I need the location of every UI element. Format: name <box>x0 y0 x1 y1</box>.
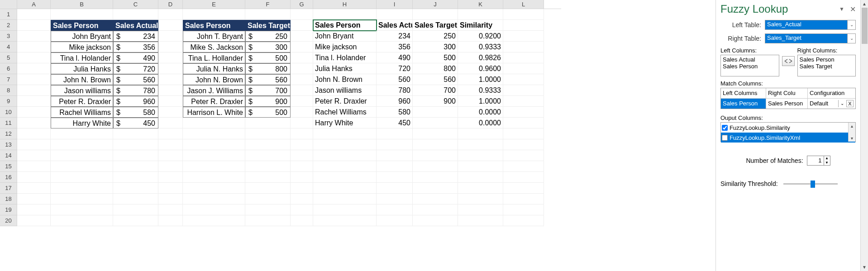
cell[interactable]: John Bryant <box>313 31 377 42</box>
cell[interactable] <box>413 172 458 183</box>
cell[interactable]: Jason J. Williams <box>183 85 245 96</box>
cell[interactable] <box>413 128 458 139</box>
output-item[interactable]: FuzzyLookup.Similarity <box>721 123 855 133</box>
cell[interactable] <box>458 194 503 204</box>
cell[interactable]: 356 <box>377 42 413 52</box>
cell[interactable] <box>245 139 291 150</box>
scroll-thumb[interactable] <box>862 8 868 44</box>
cell[interactable] <box>245 204 291 215</box>
column-header[interactable]: A <box>17 0 51 9</box>
right-table-combo[interactable]: Sales_Target ⌄ <box>765 33 856 43</box>
row-header[interactable]: 14 <box>0 150 17 161</box>
cell[interactable] <box>503 215 544 226</box>
cell[interactable] <box>291 215 313 226</box>
cell[interactable] <box>51 204 113 215</box>
row-header[interactable]: 12 <box>0 128 17 139</box>
row-header[interactable]: 6 <box>0 63 17 74</box>
column-header[interactable]: C <box>113 0 158 9</box>
cell[interactable] <box>51 194 113 204</box>
cell[interactable] <box>503 183 544 194</box>
cell[interactable] <box>51 128 113 139</box>
cell[interactable]: 0.9333 <box>458 42 503 52</box>
cell[interactable] <box>291 150 313 161</box>
cell[interactable]: Harrison L. White <box>183 107 245 118</box>
row-header[interactable]: 16 <box>0 172 17 183</box>
left-table-combo[interactable]: Sales_Actual ⌄ <box>765 20 856 30</box>
cell[interactable] <box>183 128 245 139</box>
cell[interactable]: $500 <box>245 52 291 63</box>
cell[interactable]: Rachel Williams <box>51 107 113 118</box>
row-header[interactable]: 1 <box>0 9 17 20</box>
cell[interactable]: 0.9600 <box>458 63 503 74</box>
cell[interactable]: Julia N. Hanks <box>183 63 245 74</box>
cell[interactable] <box>17 215 51 226</box>
similarity-threshold-slider[interactable] <box>783 179 838 188</box>
output-scrollbar[interactable]: ▴▾ <box>848 123 855 142</box>
cell[interactable] <box>183 9 245 20</box>
cell[interactable] <box>503 52 544 63</box>
cell[interactable]: 0.9200 <box>458 31 503 42</box>
listbox-item[interactable]: Sales Target <box>800 63 854 70</box>
cell[interactable]: Tina L. Hollander <box>183 52 245 63</box>
column-header[interactable]: H <box>313 0 377 9</box>
cell[interactable] <box>17 139 51 150</box>
cell[interactable] <box>17 161 51 172</box>
cell[interactable] <box>291 31 313 42</box>
spreadsheet-grid[interactable]: ABCDEFGHIJKL 12Sales PersonSales ActualS… <box>0 0 561 271</box>
cell[interactable] <box>183 139 245 150</box>
cell[interactable] <box>503 31 544 42</box>
cell[interactable] <box>503 42 544 52</box>
column-header[interactable]: L <box>503 0 544 9</box>
output-checkbox[interactable] <box>722 125 728 131</box>
cell[interactable]: John Bryant <box>51 31 113 42</box>
cell[interactable] <box>458 128 503 139</box>
chevron-down-icon[interactable]: ⌄ <box>838 100 845 107</box>
cell[interactable] <box>158 139 183 150</box>
cell[interactable]: Mike jackson <box>51 42 113 52</box>
cell[interactable] <box>158 31 183 42</box>
cell[interactable]: 300 <box>413 42 458 52</box>
cell[interactable]: $800 <box>245 63 291 74</box>
cell[interactable] <box>313 9 377 20</box>
cell[interactable]: John N. Brown <box>51 74 113 85</box>
cell[interactable] <box>291 96 313 107</box>
row-header[interactable]: 18 <box>0 194 17 204</box>
cell[interactable] <box>51 9 113 20</box>
cell[interactable]: Peter R. Draxler <box>183 96 245 107</box>
cell[interactable] <box>503 20 544 31</box>
cell[interactable] <box>113 128 158 139</box>
number-of-matches-spinner[interactable]: 1 ▲ ▼ <box>807 156 830 166</box>
column-header[interactable]: J <box>413 0 458 9</box>
chevron-down-icon[interactable]: ⌄ <box>847 20 855 29</box>
cell[interactable] <box>313 128 377 139</box>
cell[interactable]: Julia Hanks <box>313 63 377 74</box>
cell[interactable] <box>291 161 313 172</box>
cell[interactable] <box>413 183 458 194</box>
cell[interactable]: 234 <box>377 31 413 42</box>
cell[interactable] <box>377 183 413 194</box>
cell[interactable]: 0.0000 <box>458 107 503 118</box>
cell[interactable]: 250 <box>413 31 458 42</box>
cell[interactable]: 580 <box>377 107 413 118</box>
cell[interactable]: Sales Actual <box>113 20 158 31</box>
cell[interactable]: 560 <box>377 74 413 85</box>
match-row-left[interactable]: Sales Person <box>721 99 766 109</box>
cell[interactable] <box>113 204 158 215</box>
cell[interactable] <box>413 215 458 226</box>
row-header[interactable]: 2 <box>0 20 17 31</box>
cell[interactable]: 900 <box>413 96 458 107</box>
cell[interactable]: John T. Bryant <box>183 31 245 42</box>
cell[interactable] <box>377 215 413 226</box>
cell[interactable] <box>245 150 291 161</box>
cell[interactable] <box>458 161 503 172</box>
cell[interactable] <box>17 31 51 42</box>
right-columns-listbox[interactable]: Sales PersonSales Target <box>797 55 856 76</box>
cell[interactable] <box>313 139 377 150</box>
cell[interactable] <box>313 172 377 183</box>
cell[interactable] <box>503 96 544 107</box>
cell[interactable]: Julia Hanks <box>51 63 113 74</box>
column-header[interactable]: D <box>158 0 183 9</box>
row-header[interactable]: 10 <box>0 107 17 118</box>
cell[interactable] <box>458 183 503 194</box>
row-header[interactable]: 13 <box>0 139 17 150</box>
